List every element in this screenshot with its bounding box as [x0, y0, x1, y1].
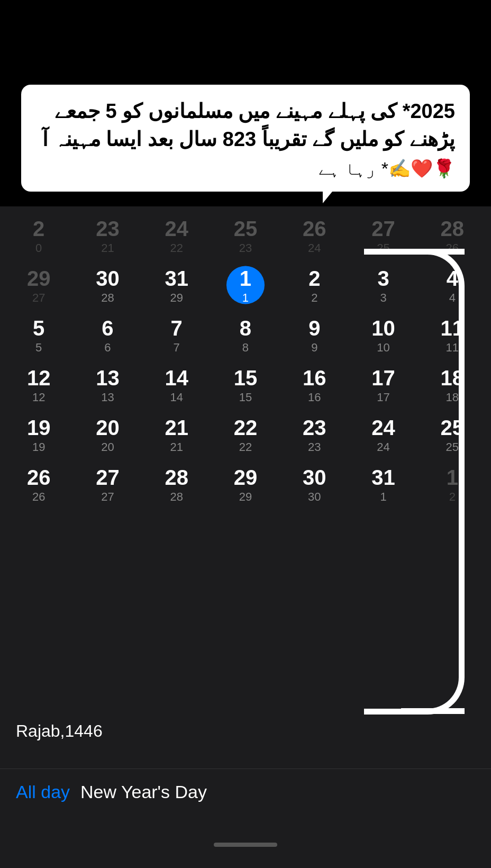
cal-cell-selected[interactable]: 1 1: [211, 261, 280, 310]
cal-cell[interactable]: 24 22: [142, 212, 211, 260]
cal-cell[interactable]: 30 30: [280, 460, 349, 509]
cal-cell[interactable]: 30 28: [73, 261, 142, 310]
cal-cell[interactable]: 19 19: [4, 411, 73, 459]
cal-cell[interactable]: 12 12: [4, 361, 73, 410]
cal-cell[interactable]: 31 1: [349, 460, 417, 509]
calendar-row-3: 12 12 13 13 14 14 15 15 16 16 17 17: [4, 361, 487, 410]
calendar-row-4: 19 19 20 20 21 21 22 22 23 23 24 24: [4, 411, 487, 459]
cal-cell[interactable]: 25 23: [211, 212, 280, 260]
event-allday-label: All day: [16, 782, 70, 802]
cal-cell[interactable]: 21 21: [142, 411, 211, 459]
cal-cell[interactable]: 29 27: [4, 261, 73, 310]
cal-cell[interactable]: 7 7: [142, 311, 211, 360]
cal-cell[interactable]: 24 24: [349, 411, 417, 459]
cal-cell[interactable]: 31 29: [142, 261, 211, 310]
bubble-text-line1: 2025* کی پہلے مہینے میں مسلمانوں کو 5 جم…: [36, 97, 455, 125]
cal-cell[interactable]: 2 0: [4, 212, 73, 260]
cal-cell[interactable]: 29 29: [211, 460, 280, 509]
calendar-row-5: 26 26 27 27 28 28 29 29 30 30 31 1: [4, 460, 487, 509]
cal-cell[interactable]: 16 16: [280, 361, 349, 410]
cal-cell[interactable]: 13 13: [73, 361, 142, 410]
cal-cell[interactable]: 26 26: [4, 460, 73, 509]
cal-cell[interactable]: 23 23: [280, 411, 349, 459]
cal-cell[interactable]: 18 18: [418, 361, 487, 410]
cal-cell[interactable]: 9 9: [280, 311, 349, 360]
cal-cell[interactable]: 27 25: [349, 212, 417, 260]
cal-cell[interactable]: 25 25: [418, 411, 487, 459]
cal-cell[interactable]: 20 20: [73, 411, 142, 459]
bottom-handle: [214, 843, 277, 847]
calendar-row-0: 2 0 23 21 24 22 25 23 26 24 27 25: [4, 212, 487, 260]
cal-cell[interactable]: 8 8: [211, 311, 280, 360]
cal-cell[interactable]: 28 28: [142, 460, 211, 509]
bubble-text-line2: پڑھنے کو ملیں گے تقریباً 823 سال بعد ایس…: [36, 125, 455, 153]
speech-bubble: 2025* کی پہلے مہینے میں مسلمانوں کو 5 جم…: [21, 85, 470, 192]
cal-cell[interactable]: 5 5: [4, 311, 73, 360]
bottom-event-bar: All day New Year's Day: [0, 768, 491, 815]
event-name-label: New Year's Day: [80, 782, 207, 802]
cal-cell[interactable]: 10 10: [349, 311, 417, 360]
cal-cell[interactable]: 28 26: [418, 212, 487, 260]
top-black-bar: [0, 0, 491, 85]
cal-cell[interactable]: 2 2: [280, 261, 349, 310]
calendar-row-1: 29 27 30 28 31 29 1 1 2 2 3 3: [4, 261, 487, 310]
cal-cell[interactable]: 3 3: [349, 261, 417, 310]
bubble-emoji: 🌹❤️✍️* رہا ہے: [36, 158, 455, 179]
cal-cell[interactable]: 6 6: [73, 311, 142, 360]
cal-cell[interactable]: 17 17: [349, 361, 417, 410]
cal-cell[interactable]: 27 27: [73, 460, 142, 509]
islamic-calendar-label: Rajab,1446: [16, 721, 103, 741]
cal-cell[interactable]: 26 24: [280, 212, 349, 260]
calendar-area: 2 0 23 21 24 22 25 23 26 24 27 25: [0, 206, 491, 868]
cal-cell[interactable]: 15 15: [211, 361, 280, 410]
calendar-row-2: 5 5 6 6 7 7 8 8 9 9 10 10: [4, 311, 487, 360]
cal-cell[interactable]: 22 22: [211, 411, 280, 459]
cal-cell[interactable]: 1 2: [418, 460, 487, 509]
cal-cell[interactable]: 14 14: [142, 361, 211, 410]
cal-cell[interactable]: 23 21: [73, 212, 142, 260]
calendar-grid: 2 0 23 21 24 22 25 23 26 24 27 25: [0, 212, 491, 509]
cal-cell[interactable]: 11 11: [418, 311, 487, 360]
cal-cell[interactable]: 4 4: [418, 261, 487, 310]
